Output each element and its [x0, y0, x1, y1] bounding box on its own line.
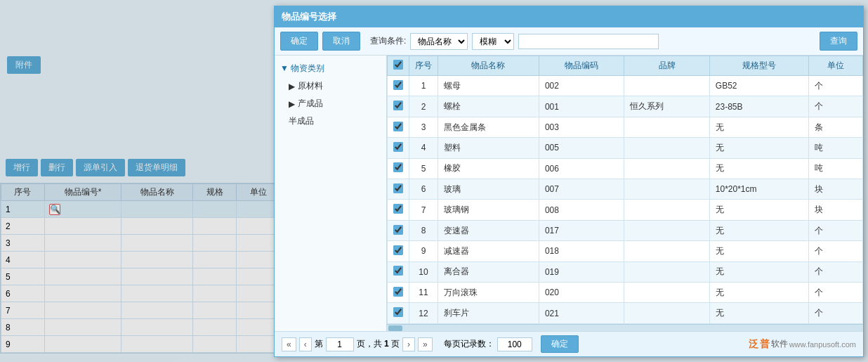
- modal-title-bar: 物品编号选择: [275, 6, 863, 27]
- query-search-input[interactable]: [518, 34, 659, 49]
- col-checkbox: [388, 56, 409, 76]
- page-info: 页，共 1 页: [357, 338, 400, 350]
- next-page-button[interactable]: ›: [402, 337, 415, 351]
- query-search-button[interactable]: 查询: [820, 32, 857, 51]
- table-row: 6玻璃00710*20*1cm块: [388, 179, 863, 200]
- row-checkbox[interactable]: [393, 80, 403, 90]
- first-page-button[interactable]: «: [282, 337, 296, 351]
- prev-page-button[interactable]: ‹: [299, 337, 312, 351]
- table-row: 1螺母002GB52个: [388, 76, 863, 96]
- select-all-checkbox[interactable]: [393, 60, 403, 70]
- row-checkbox[interactable]: [393, 101, 403, 110]
- table-row: 9减速器018无个: [388, 241, 863, 261]
- items-table: 序号 物品名称 物品编码 品牌 规格型号 单位 1螺母002GB52个2螺栓00…: [387, 56, 863, 324]
- table-row: 4塑料005无吨: [388, 138, 863, 158]
- row-checkbox[interactable]: [393, 142, 403, 152]
- table-row: 12刹车片021无个: [388, 303, 863, 324]
- category-tree: ▼ 物资类别 ▶ 原材料 ▶ 产成品 半成品: [275, 56, 387, 331]
- modal-body: ▼ 物资类别 ▶ 原材料 ▶ 产成品 半成品: [275, 56, 863, 331]
- table-row: 2螺栓001恒久系列23-85B个: [388, 96, 863, 117]
- brand-url: www.fanpusoft.com: [789, 340, 856, 349]
- brand-logo: 泛 普 软件 www.fanpusoft.com: [749, 338, 856, 351]
- tree-arrow-icon: ▶: [289, 82, 295, 91]
- horizontal-scrollbar[interactable]: [387, 324, 863, 331]
- row-checkbox[interactable]: [393, 183, 403, 193]
- col-name: 物品名称: [438, 56, 539, 76]
- table-row: 10离合器019无个: [388, 261, 863, 282]
- col-spec: 规格型号: [709, 56, 809, 76]
- modal-title: 物品编号选择: [282, 11, 336, 22]
- tree-arrow-icon: ▶: [289, 99, 295, 109]
- modal-footer: « ‹ 第 页，共 1 页 › » 每页记录数： 确定 泛 普 软件 www.f…: [275, 331, 863, 356]
- row-checkbox[interactable]: [393, 307, 403, 317]
- query-field-select[interactable]: 物品名称物品编号品牌规格型号: [410, 33, 468, 50]
- tree-root-item[interactable]: ▼ 物资类别: [275, 60, 386, 77]
- modal-confirm-button[interactable]: 确定: [280, 32, 318, 51]
- tree-item-semi-finished[interactable]: 半成品: [275, 112, 386, 130]
- col-unit: 单位: [809, 56, 863, 76]
- modal-cancel-button[interactable]: 取消: [322, 32, 360, 51]
- row-checkbox[interactable]: [393, 162, 403, 172]
- row-checkbox[interactable]: [393, 266, 403, 276]
- page-prefix: 第: [315, 338, 323, 350]
- scrollbar-thumb: [388, 325, 402, 331]
- row-checkbox[interactable]: [393, 225, 403, 235]
- table-row: 5橡胶006无吨: [388, 158, 863, 179]
- row-checkbox[interactable]: [393, 204, 403, 214]
- col-brand: 品牌: [624, 56, 709, 76]
- query-condition-label: 查询条件:: [370, 35, 406, 47]
- query-match-select[interactable]: 模糊精确: [472, 33, 514, 50]
- row-checkbox[interactable]: [393, 122, 403, 131]
- data-table-area: 序号 物品名称 物品编码 品牌 规格型号 单位 1螺母002GB52个2螺栓00…: [387, 56, 863, 331]
- table-row: 11万向滚珠020无个: [388, 283, 863, 303]
- page-size-label: 每页记录数：: [444, 338, 494, 350]
- row-checkbox[interactable]: [393, 287, 403, 297]
- tree-item-raw-material[interactable]: ▶ 原材料: [275, 77, 386, 95]
- item-code-select-modal: 物品编号选择 确定 取消 查询条件: 物品名称物品编号品牌规格型号 模糊精确 查…: [274, 6, 864, 357]
- current-page-input[interactable]: [326, 337, 354, 351]
- table-row: 3黑色金属条003无条: [388, 117, 863, 137]
- last-page-button[interactable]: »: [418, 337, 433, 351]
- footer-confirm-button[interactable]: 确定: [541, 335, 579, 353]
- table-row: 8变速器017无个: [388, 220, 863, 240]
- modal-toolbar: 确定 取消 查询条件: 物品名称物品编号品牌规格型号 模糊精确 查询: [275, 27, 863, 56]
- col-seq: 序号: [409, 56, 438, 76]
- row-checkbox[interactable]: [393, 245, 403, 255]
- table-row: 7玻璃钢008无块: [388, 200, 863, 220]
- page-size-input[interactable]: [497, 337, 532, 351]
- col-code: 物品编码: [539, 56, 624, 76]
- tree-item-finished-goods[interactable]: ▶ 产成品: [275, 95, 386, 112]
